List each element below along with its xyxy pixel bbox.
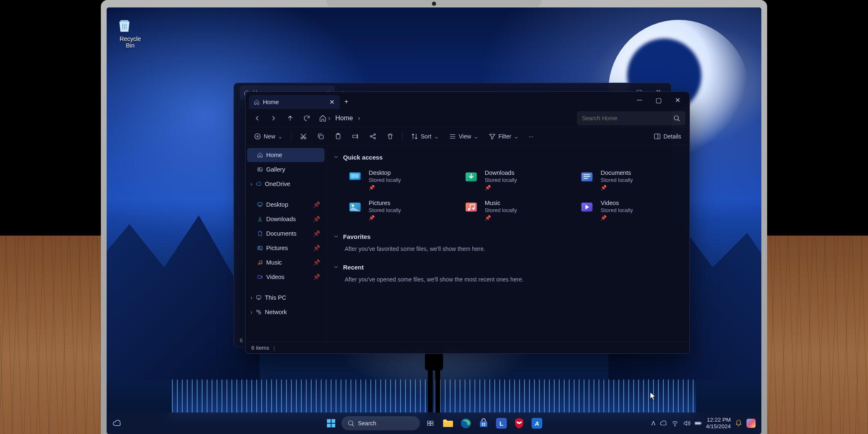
search-box[interactable] [577, 111, 685, 125]
task-view-button[interactable] [423, 416, 438, 431]
tile-music[interactable]: MusicStored locally📌 [461, 198, 567, 222]
sidebar-item-network[interactable]: ›Network [247, 305, 324, 319]
explorer-window[interactable]: Home ✕ + ─ ▢ ✕ › Home › [245, 91, 690, 354]
battery-icon[interactable] [694, 420, 702, 427]
chevron-right-icon: › [250, 309, 253, 315]
pin-icon: 📌 [601, 185, 633, 191]
notch [327, 0, 541, 7]
recycle-bin[interactable]: Recycle Bin [116, 17, 145, 49]
forward-button[interactable] [266, 111, 281, 126]
view-button[interactable]: View⌄ [445, 130, 483, 143]
section-recent[interactable]: Recent [333, 260, 683, 274]
maximize-button[interactable]: ▢ [649, 93, 668, 107]
cut-button[interactable] [296, 130, 311, 143]
sidebar: Home Gallery ›OneDrive Desktop📌 Download… [246, 145, 327, 342]
tray-chevron-icon[interactable]: ᐱ [651, 420, 656, 427]
toolbar: New⌄ Sort⌄ View⌄ Filter⌄ ··· Details [246, 127, 689, 145]
weather-widget[interactable] [112, 419, 122, 428]
store-button[interactable] [476, 416, 491, 431]
video-icon [257, 274, 263, 280]
pin-icon: 📌 [313, 230, 320, 237]
clock[interactable]: 12:22 PM 4/15/2024 [706, 417, 731, 430]
pc-icon [256, 295, 262, 300]
share-button[interactable] [365, 130, 381, 143]
gallery-icon [257, 167, 263, 172]
details-button[interactable]: Details [649, 130, 685, 143]
tab-home[interactable]: Home ✕ [249, 95, 340, 109]
chevron-down-icon [333, 234, 339, 239]
sidebar-item-gallery[interactable]: Gallery [247, 162, 324, 176]
paste-button[interactable] [330, 130, 346, 143]
sidebar-item-music[interactable]: Music📌 [247, 255, 324, 269]
delete-button[interactable] [382, 130, 398, 143]
search-input[interactable] [582, 115, 670, 122]
refresh-button[interactable] [299, 111, 314, 126]
svg-rect-2 [126, 24, 127, 30]
new-button[interactable]: New⌄ [250, 130, 287, 143]
svg-rect-44 [431, 424, 433, 426]
minimize-button[interactable]: ─ [630, 93, 649, 107]
up-button[interactable] [283, 111, 298, 126]
new-tab-button[interactable]: + [340, 95, 353, 108]
sidebar-item-home[interactable]: Home [247, 148, 324, 162]
explorer-button[interactable] [441, 416, 455, 431]
svg-rect-42 [431, 421, 433, 423]
edge-button[interactable] [458, 416, 473, 431]
pin-icon: 📌 [369, 215, 401, 221]
svg-rect-0 [122, 24, 123, 30]
pin-icon: 📌 [369, 185, 401, 191]
sidebar-item-documents[interactable]: Documents📌 [247, 227, 324, 241]
favorites-empty: After you've favorited some files, we'll… [333, 243, 683, 260]
app-a-button[interactable]: A [529, 416, 544, 431]
pin-icon: 📌 [485, 215, 517, 221]
taskbar-search[interactable]: Search [341, 416, 420, 430]
svg-rect-17 [258, 203, 262, 205]
section-quick-access[interactable]: Quick access [333, 150, 683, 164]
tile-desktop[interactable]: DesktopStored locally📌 [345, 168, 451, 192]
sort-button[interactable]: Sort⌄ [407, 130, 443, 143]
svg-rect-39 [331, 424, 335, 427]
breadcrumb[interactable]: › Home › [316, 111, 575, 125]
content-pane: Quick access DesktopStored locally📌 Down… [327, 145, 689, 342]
network-icon [256, 309, 262, 315]
notification-icon[interactable] [735, 420, 742, 427]
sidebar-item-thispc[interactable]: ›This PC [247, 291, 324, 305]
svg-rect-50 [484, 424, 485, 426]
sidebar-item-pictures[interactable]: Pictures📌 [247, 241, 324, 255]
onedrive-tray-icon[interactable] [660, 420, 667, 427]
tile-videos[interactable]: VideosStored locally📌 [577, 198, 683, 222]
recycle-bin-label: Recycle Bin [116, 36, 145, 49]
back-button[interactable] [250, 111, 265, 126]
tile-documents[interactable]: DocumentsStored locally📌 [577, 168, 683, 192]
chevron-right-icon[interactable]: › [358, 114, 360, 122]
item-count: 6 items [251, 345, 269, 351]
tile-pictures[interactable]: PicturesStored locally📌 [345, 198, 451, 222]
mcafee-button[interactable] [512, 416, 527, 431]
picture-icon [257, 245, 263, 251]
sidebar-item-onedrive[interactable]: ›OneDrive [247, 177, 324, 191]
sidebar-item-desktop[interactable]: Desktop📌 [247, 198, 324, 212]
more-button[interactable]: ··· [525, 130, 538, 143]
close-button[interactable]: ✕ [668, 93, 687, 107]
filter-button[interactable]: Filter⌄ [484, 130, 523, 143]
sidebar-item-downloads[interactable]: Downloads📌 [247, 212, 324, 226]
crumb-home[interactable]: Home [332, 113, 356, 124]
close-tab-icon[interactable]: ✕ [329, 99, 335, 105]
volume-icon[interactable] [683, 420, 690, 427]
rename-button[interactable] [348, 130, 363, 143]
taskbar[interactable]: Search L A ᐱ 12:22 PM 4/15/2024 [107, 413, 761, 434]
app-l-button[interactable]: L [494, 416, 509, 431]
chevron-right-icon: › [250, 294, 253, 301]
copy-button[interactable] [313, 130, 329, 143]
tile-downloads[interactable]: DownloadsStored locally📌 [461, 168, 567, 192]
system-tray[interactable]: ᐱ 12:22 PM 4/15/2024 [651, 417, 756, 430]
svg-rect-36 [327, 419, 331, 423]
section-favorites[interactable]: Favorites [333, 230, 683, 243]
svg-rect-27 [351, 174, 359, 179]
copilot-icon[interactable] [746, 419, 756, 428]
start-button[interactable] [324, 416, 339, 431]
sidebar-item-videos[interactable]: Videos📌 [247, 270, 324, 284]
laptop-chassis: LEGION Recycle Bin Home ✕ + ─ ▢ [101, 0, 767, 434]
chevron-right-icon: › [250, 181, 253, 187]
wifi-icon[interactable] [671, 420, 679, 427]
